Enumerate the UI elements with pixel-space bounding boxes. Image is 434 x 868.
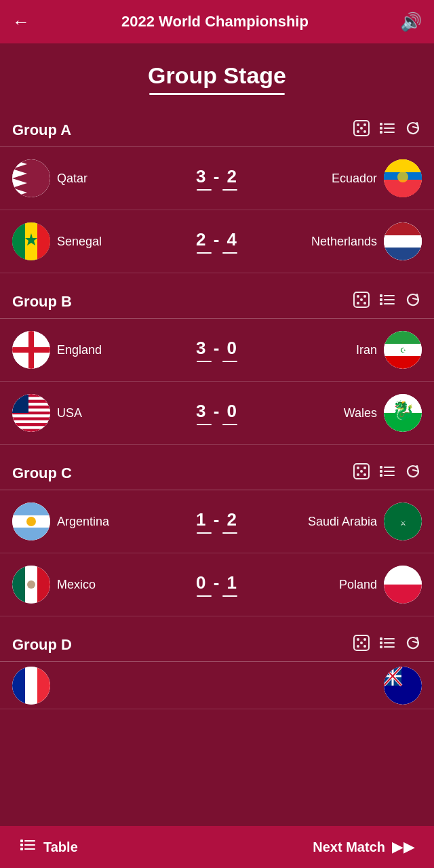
- sound-icon[interactable]: 🔊: [400, 12, 422, 33]
- svg-rect-8: [380, 127, 382, 130]
- svg-rect-77: [384, 467, 395, 468]
- svg-point-72: [363, 467, 366, 469]
- svg-rect-6: [380, 123, 382, 125]
- team-left-qatar: Qatar: [12, 159, 186, 197]
- group-b-section: Group B: [0, 284, 434, 445]
- refresh-icon-c[interactable]: [404, 462, 422, 484]
- app-header: ← 2022 World Championship 🔊: [0, 0, 434, 43]
- flag-wales: 🐉: [384, 394, 422, 432]
- flag-poland: [384, 566, 422, 604]
- score-england-iran: 3 - 0: [186, 338, 248, 362]
- team-name-ecuador: Ecuador: [332, 172, 377, 186]
- bottom-bar: Table Next Match ▶▶: [0, 826, 434, 868]
- svg-rect-41: [380, 294, 382, 297]
- svg-rect-10: [380, 131, 382, 134]
- team-name-iran: Iran: [356, 343, 377, 357]
- svg-rect-62: [12, 417, 50, 420]
- match-usa-wales: USA 3 - 0 Wales 🐉: [0, 382, 434, 445]
- svg-text:☪: ☪: [400, 347, 406, 354]
- team-name-qatar: Qatar: [57, 172, 87, 186]
- flag-england: [12, 331, 50, 369]
- refresh-icon-a[interactable]: [404, 119, 422, 141]
- svg-rect-113: [37, 667, 50, 705]
- team-right-iran: Iran ☪: [248, 331, 422, 369]
- svg-point-1: [357, 123, 359, 126]
- group-d-section: Group D: [0, 627, 434, 709]
- match-mexico-poland: Mexico 0 - 1 Poland: [0, 553, 434, 616]
- list-icon-d[interactable]: [378, 634, 396, 656]
- page-title-underline: [149, 93, 285, 95]
- team-left-england: England: [12, 331, 186, 369]
- team-left-usa: USA: [12, 394, 186, 432]
- svg-point-37: [363, 295, 366, 298]
- svg-text:⚔: ⚔: [400, 519, 406, 527]
- dice-icon-b[interactable]: [353, 291, 370, 313]
- group-a-actions: [353, 119, 422, 141]
- dice-icon-a[interactable]: [353, 119, 370, 141]
- svg-point-75: [360, 470, 363, 473]
- flag-mexico: [12, 566, 50, 604]
- svg-rect-76: [380, 466, 382, 469]
- next-match-button[interactable]: Next Match ▶▶: [313, 838, 415, 856]
- svg-text:🐉: 🐉: [391, 399, 415, 422]
- svg-rect-93: [37, 566, 50, 604]
- dice-icon-c[interactable]: [353, 462, 370, 484]
- group-b-label: Group B: [12, 293, 72, 311]
- refresh-icon-d[interactable]: [404, 634, 422, 656]
- group-d-label: Group D: [12, 636, 72, 654]
- svg-point-73: [357, 473, 359, 476]
- svg-rect-81: [384, 475, 395, 476]
- svg-point-100: [363, 638, 366, 641]
- svg-point-40: [360, 298, 363, 301]
- svg-rect-128: [24, 848, 35, 850]
- team-left-france-partial: [12, 667, 149, 705]
- match-senegal-netherlands: Senegal 2 - 4 Netherlands: [0, 210, 434, 273]
- team-left-argentina: Argentina: [12, 502, 186, 540]
- svg-rect-27: [37, 222, 50, 260]
- svg-rect-111: [12, 667, 25, 705]
- refresh-icon-b[interactable]: [404, 291, 422, 313]
- list-icon-b[interactable]: [378, 291, 396, 313]
- svg-rect-79: [384, 471, 395, 472]
- team-right-saudi: Saudi Arabia ⚔: [248, 502, 422, 540]
- page-title-section: Group Stage: [0, 43, 434, 102]
- svg-point-3: [357, 130, 359, 133]
- dice-icon-d[interactable]: [353, 634, 370, 656]
- list-icon-a[interactable]: [378, 119, 396, 141]
- svg-rect-9: [384, 127, 395, 129]
- score-mexico-poland: 0 - 1: [186, 572, 248, 597]
- svg-point-38: [357, 302, 359, 304]
- svg-rect-106: [380, 642, 382, 644]
- score-senegal-netherlands: 2 - 4: [186, 229, 248, 254]
- team-right-wales: Wales 🐉: [248, 394, 422, 432]
- team-right-australia-partial: [285, 667, 422, 705]
- group-c-label: Group C: [12, 465, 72, 482]
- svg-rect-125: [20, 844, 23, 846]
- match-argentina-saudi: Argentina 1 - 2 Saudi Arabia ⚔: [0, 490, 434, 553]
- back-button[interactable]: ←: [12, 12, 30, 33]
- svg-rect-34: [384, 248, 422, 260]
- svg-rect-64: [12, 429, 50, 432]
- svg-point-39: [363, 302, 366, 304]
- next-match-label: Next Match: [313, 840, 385, 855]
- team-name-mexico: Mexico: [57, 578, 96, 592]
- team-name-poland: Poland: [339, 578, 377, 592]
- page-title: Group Stage: [0, 62, 434, 89]
- svg-point-71: [357, 467, 359, 469]
- svg-rect-65: [12, 394, 28, 413]
- match-qatar-ecuador: Qatar 3 - 2 Ecuador: [0, 147, 434, 210]
- flag-usa: [12, 394, 50, 432]
- svg-point-101: [357, 645, 359, 648]
- svg-rect-33: [384, 235, 422, 248]
- svg-rect-80: [380, 474, 382, 477]
- team-left-mexico: Mexico: [12, 566, 186, 604]
- flag-ecuador: [384, 159, 422, 197]
- svg-rect-54: [384, 356, 422, 369]
- list-icon-c[interactable]: [378, 462, 396, 484]
- table-button[interactable]: Table: [19, 836, 78, 858]
- flag-argentina: [12, 502, 50, 540]
- svg-point-36: [357, 295, 359, 298]
- score-qatar-ecuador: 3 - 2: [186, 166, 248, 191]
- svg-rect-97: [384, 585, 422, 604]
- team-right-poland: Poland: [248, 566, 422, 604]
